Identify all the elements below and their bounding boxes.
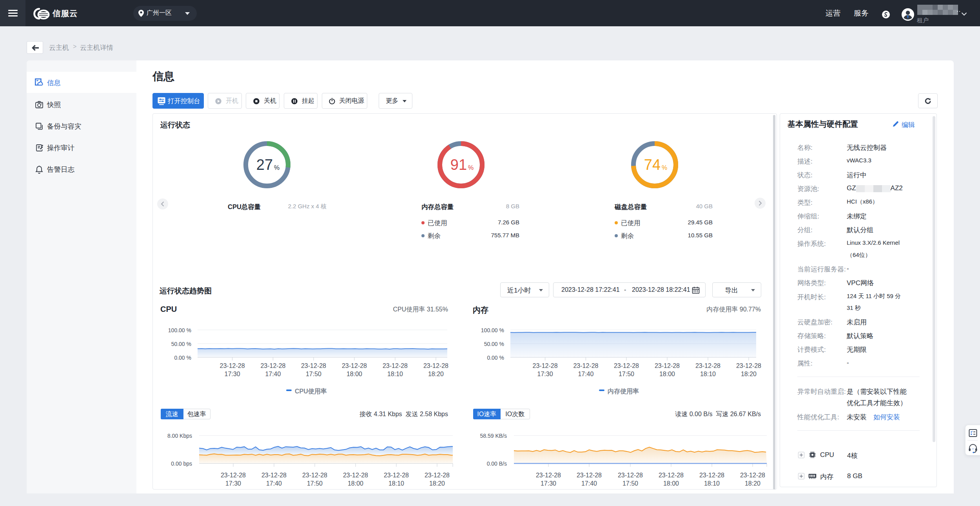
svg-text:17:40: 17:40 <box>581 480 597 487</box>
svg-text:18:20: 18:20 <box>429 480 445 487</box>
svg-text:17:50: 17:50 <box>306 371 321 377</box>
svg-text:17:30: 17:30 <box>541 480 556 487</box>
svg-text:23-12-28: 23-12-28 <box>533 362 558 369</box>
svg-text:23-12-28: 23-12-28 <box>384 472 409 479</box>
svg-text:18:20: 18:20 <box>741 371 757 377</box>
svg-text:23-12-28: 23-12-28 <box>614 362 639 369</box>
svg-text:%: % <box>274 164 279 171</box>
svg-text:23-12-28: 23-12-28 <box>655 362 680 369</box>
svg-text:18:10: 18:10 <box>388 480 404 487</box>
svg-text:17:40: 17:40 <box>578 371 593 377</box>
svg-text:18:20: 18:20 <box>428 371 444 377</box>
svg-text:23-12-28: 23-12-28 <box>736 362 761 369</box>
svg-text:内存使用率: 内存使用率 <box>608 388 639 395</box>
svg-text:18:10: 18:10 <box>700 371 716 377</box>
svg-text:23-12-28: 23-12-28 <box>577 472 602 479</box>
svg-text:23-12-28: 23-12-28 <box>343 472 368 479</box>
svg-text:17:50: 17:50 <box>307 480 323 487</box>
svg-text:%: % <box>662 164 667 171</box>
svg-text:18:00: 18:00 <box>348 480 363 487</box>
svg-text:%: % <box>468 164 474 171</box>
svg-text:23-12-28: 23-12-28 <box>573 362 598 369</box>
svg-text:23-12-28: 23-12-28 <box>342 362 367 369</box>
svg-text:17:30: 17:30 <box>537 371 553 377</box>
svg-text:50.00 %: 50.00 % <box>171 341 191 347</box>
svg-text:0.00 B/s: 0.00 B/s <box>487 460 507 467</box>
svg-text:18:00: 18:00 <box>663 480 679 487</box>
svg-text:23-12-28: 23-12-28 <box>699 472 724 479</box>
svg-text:18:20: 18:20 <box>745 480 760 487</box>
svg-text:50.00 %: 50.00 % <box>484 341 504 347</box>
svg-text:23-12-28: 23-12-28 <box>536 472 561 479</box>
svg-text:17:40: 17:40 <box>265 371 281 377</box>
svg-text:91: 91 <box>450 157 467 173</box>
svg-text:23-12-28: 23-12-28 <box>220 362 245 369</box>
svg-text:0.00 %: 0.00 % <box>487 355 504 361</box>
svg-text:100.00 %: 100.00 % <box>168 327 191 333</box>
svg-text:23-12-28: 23-12-28 <box>740 472 765 479</box>
svg-text:18:00: 18:00 <box>659 371 675 377</box>
svg-text:74: 74 <box>644 157 661 173</box>
svg-text:23-12-28: 23-12-28 <box>261 472 287 479</box>
svg-text:17:40: 17:40 <box>266 480 282 487</box>
svg-text:0.00 %: 0.00 % <box>174 355 191 361</box>
svg-text:8.00 Kbps: 8.00 Kbps <box>167 433 192 439</box>
svg-text:23-12-28: 23-12-28 <box>260 362 285 369</box>
svg-text:18:10: 18:10 <box>704 480 720 487</box>
svg-text:23-12-28: 23-12-28 <box>423 362 448 369</box>
svg-text:23-12-28: 23-12-28 <box>695 362 720 369</box>
svg-text:23-12-28: 23-12-28 <box>618 472 643 479</box>
svg-text:17:50: 17:50 <box>619 371 634 377</box>
svg-text:18:10: 18:10 <box>387 371 403 377</box>
svg-text:23-12-28: 23-12-28 <box>383 362 408 369</box>
svg-text:17:30: 17:30 <box>225 480 241 487</box>
svg-text:17:30: 17:30 <box>225 371 240 377</box>
svg-text:23-12-28: 23-12-28 <box>659 472 684 479</box>
svg-text:58.59 KB/s: 58.59 KB/s <box>480 433 507 439</box>
svg-text:17:50: 17:50 <box>622 480 638 487</box>
svg-text:23-12-28: 23-12-28 <box>221 472 246 479</box>
svg-text:0.00 bps: 0.00 bps <box>171 460 192 467</box>
svg-text:23-12-28: 23-12-28 <box>301 362 326 369</box>
svg-text:18:00: 18:00 <box>347 371 362 377</box>
svg-text:23-12-28: 23-12-28 <box>425 472 450 479</box>
svg-text:27: 27 <box>256 157 273 173</box>
svg-text:CPU使用率: CPU使用率 <box>295 388 327 395</box>
svg-text:23-12-28: 23-12-28 <box>302 472 327 479</box>
svg-text:100.00 %: 100.00 % <box>481 327 504 333</box>
